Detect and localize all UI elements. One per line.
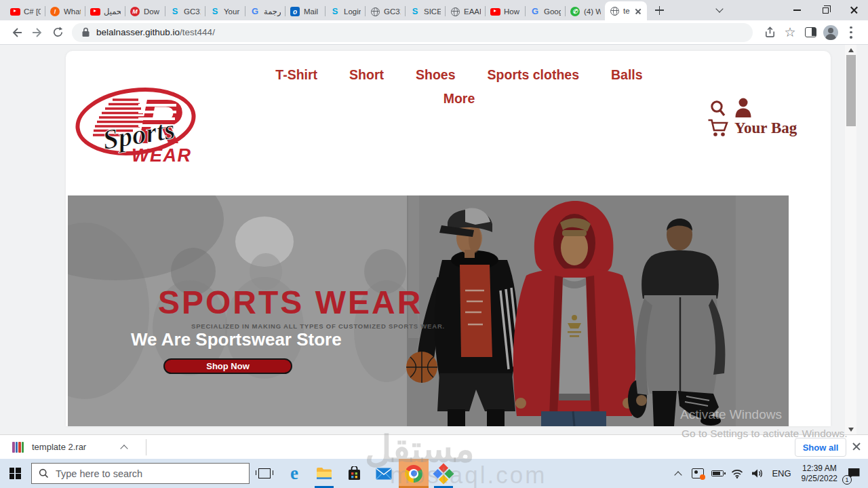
show-all-downloads-button[interactable]: Show all — [795, 438, 846, 457]
browser-tab[interactable]: S GC31 — [165, 3, 205, 20]
start-button[interactable] — [0, 459, 30, 488]
edge-button[interactable]: e — [279, 459, 309, 488]
page-scrollbar[interactable] — [845, 45, 856, 434]
star-icon: ☆ — [784, 24, 795, 40]
tab-separator — [245, 6, 245, 16]
site-search-button[interactable] — [709, 100, 726, 117]
action-center-button[interactable]: 1 — [845, 459, 863, 488]
browser-menu-button[interactable] — [841, 22, 861, 43]
close-downloads-bar-button[interactable] — [850, 440, 863, 453]
account-button[interactable] — [734, 97, 753, 117]
download-file-name: template 2.rar — [32, 442, 86, 452]
site-logo[interactable]: R Sports WEAR — [73, 79, 199, 164]
bookmark-button[interactable]: ☆ — [780, 22, 800, 43]
side-panel-button[interactable] — [800, 22, 821, 43]
share-button[interactable] — [760, 22, 780, 43]
back-button[interactable] — [7, 22, 27, 43]
browser-tab[interactable]: EAAP — [446, 3, 485, 20]
chrome-icon — [405, 465, 422, 483]
browser-tab[interactable]: M Dow — [125, 3, 165, 20]
chevron-up-icon[interactable] — [121, 445, 128, 452]
s-app-icon: S — [210, 6, 220, 17]
nav-item-tshirt[interactable]: T-Shirt — [275, 67, 317, 83]
language-indicator[interactable]: ENG — [769, 468, 793, 478]
your-bag-button[interactable]: Your Bag — [707, 119, 797, 138]
download-separator — [146, 439, 146, 455]
forward-button[interactable] — [27, 22, 47, 43]
browser-tab[interactable]: o Mail — [285, 3, 325, 20]
browser-toolbar: belalnasser.github.io/test444/ ☆ — [0, 20, 868, 45]
chrome-button[interactable] — [399, 459, 429, 488]
browser-tab[interactable]: GC31 — [366, 3, 405, 20]
battery-icon — [711, 470, 724, 476]
browser-tab[interactable]: S Login — [326, 3, 365, 20]
new-tab-button[interactable] — [651, 1, 669, 19]
scrollbar-thumb[interactable] — [846, 55, 856, 126]
task-view-button[interactable] — [250, 459, 279, 488]
tray-app-button[interactable] — [690, 459, 705, 488]
browser-tab[interactable]: ✆ (4) W — [566, 3, 605, 20]
browser-tab[interactable]: S Your — [205, 3, 245, 20]
youtube-icon — [90, 6, 100, 17]
url-text: belalnasser.github.io/test444/ — [96, 27, 215, 37]
forward-arrow-icon — [31, 26, 44, 39]
browser-tab[interactable]: G Goog — [526, 3, 565, 20]
nav-item-short[interactable]: Short — [349, 67, 384, 83]
file-explorer-button[interactable] — [309, 459, 339, 488]
restore-icon — [823, 7, 829, 14]
nav-item-balls[interactable]: Balls — [611, 67, 643, 83]
youtube-icon — [9, 6, 20, 17]
profile-button[interactable] — [821, 22, 841, 43]
battery-button[interactable] — [710, 459, 725, 488]
youtube-icon — [490, 6, 500, 17]
restore-button[interactable] — [811, 0, 840, 20]
alert-icon: ! — [50, 6, 60, 17]
address-bar[interactable]: belalnasser.github.io/test444/ — [72, 23, 753, 42]
microsoft-store-button[interactable] — [339, 459, 369, 488]
tab-title: te — [623, 7, 630, 15]
windows-taskbar: Type here to search e — [0, 459, 868, 488]
drive-app-button[interactable] — [429, 459, 458, 488]
reload-button[interactable] — [47, 22, 68, 43]
tab-title: Dow — [144, 7, 161, 16]
taskbar-search-box[interactable]: Type here to search — [31, 463, 250, 484]
browser-tab-active[interactable]: te — [605, 1, 647, 20]
tab-title: GC31 — [184, 7, 201, 16]
activate-windows-settings-watermark: Go to Settings to activate Windows. — [682, 428, 848, 440]
tab-close-icon[interactable] — [633, 6, 643, 16]
tab-title: Your — [224, 7, 241, 16]
tab-separator — [485, 6, 486, 16]
url-path: /test444/ — [180, 27, 215, 37]
mega-icon: M — [130, 6, 140, 17]
wifi-icon — [731, 469, 743, 478]
s-app-icon: S — [170, 6, 180, 17]
volume-button[interactable] — [749, 459, 764, 488]
browser-tab[interactable]: تحميل — [85, 3, 125, 20]
logo-word-wear: WEAR — [132, 145, 192, 164]
globe-icon — [370, 6, 380, 17]
tray-expand-button[interactable] — [671, 459, 686, 488]
browser-tab[interactable]: S SICES — [406, 3, 445, 20]
tab-separator — [85, 6, 85, 16]
kebab-menu-icon — [850, 26, 852, 39]
browser-tab[interactable]: How — [486, 3, 525, 20]
nav-item-more[interactable]: More — [443, 91, 475, 106]
share-icon — [764, 26, 776, 39]
shop-now-button[interactable]: Shop Now — [163, 358, 292, 374]
minimize-button[interactable] — [783, 0, 811, 20]
globe-icon — [609, 5, 620, 16]
browser-tab[interactable]: G ترجمة — [245, 3, 285, 20]
download-item[interactable]: template 2.rar — [12, 442, 127, 453]
store-icon — [347, 466, 361, 481]
browser-tab[interactable]: C# [0 — [5, 3, 45, 20]
scroll-up-button[interactable] — [845, 45, 856, 55]
close-window-button[interactable] — [840, 0, 868, 20]
taskbar-clock[interactable]: 12:39 AM 9/25/2022 — [799, 464, 840, 483]
tab-search-button[interactable] — [709, 0, 730, 20]
tab-separator — [205, 6, 205, 16]
wifi-button[interactable] — [730, 459, 745, 488]
nav-item-shoes[interactable]: Shoes — [416, 67, 456, 83]
browser-tab[interactable]: ! What — [45, 3, 85, 20]
nav-item-sports-clothes[interactable]: Sports clothes — [488, 67, 579, 83]
mail-button[interactable] — [369, 459, 399, 488]
